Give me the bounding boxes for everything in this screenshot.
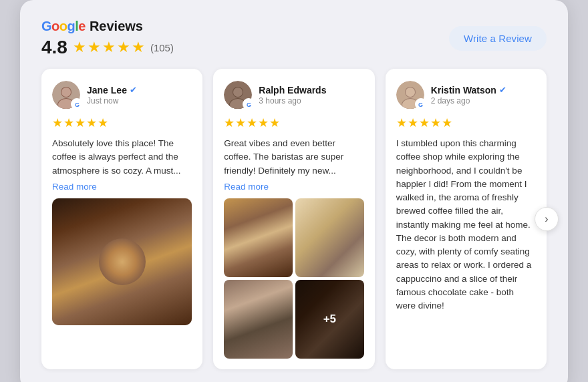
title-row: Google Reviews <box>41 19 174 34</box>
star-2: ★ <box>88 39 101 56</box>
reviewer-info-1: Jane Lee ✔ Just now <box>87 85 137 106</box>
review-images-1 <box>52 198 192 359</box>
next-arrow-button[interactable]: › <box>535 207 559 231</box>
svg-point-17 <box>406 87 415 97</box>
review-text-3: I stumbled upon this charming coffee sho… <box>396 137 536 313</box>
avatar-wrapper-3: G <box>396 81 424 109</box>
avatar-wrapper-2: G <box>224 81 252 109</box>
star-5: ★ <box>132 39 145 56</box>
reviewer-name-3: Kristin Watson <box>431 85 496 96</box>
review-image-single-1 <box>52 198 192 325</box>
reviewer-row-1: G Jane Lee ✔ Just now <box>52 81 192 109</box>
reviewer-row-2: G Ralph Edwards 3 hours ago <box>224 81 363 109</box>
card-stars-3: ★ ★ ★ ★ ★ <box>396 116 536 130</box>
grid-image-dark-coffee: +5 <box>295 280 364 359</box>
verified-icon-1: ✔ <box>130 85 137 95</box>
grid-image-cake <box>224 198 293 277</box>
reviewer-row-3: G Kristin Watson ✔ 2 days ago <box>396 81 536 109</box>
grid-image-cups <box>295 198 364 277</box>
plus-overlay: +5 <box>295 280 364 359</box>
card-stars-2: ★ ★ ★ ★ ★ <box>224 116 363 130</box>
google-badge-2: G <box>243 98 255 110</box>
svg-text:G: G <box>418 102 423 108</box>
reviewer-name-2: Ralph Edwards <box>259 85 326 96</box>
grid-image-woman <box>224 280 293 359</box>
avatar-wrapper-1: G <box>52 81 80 109</box>
svg-text:G: G <box>247 102 251 108</box>
reviewer-name-1: Jane Lee <box>87 85 127 96</box>
review-card-3: G Kristin Watson ✔ 2 days ago ★ ★ ★ ★ ★ <box>386 69 547 369</box>
card-stars-1: ★ ★ ★ ★ ★ <box>52 116 192 130</box>
reviews-label: Reviews <box>90 19 143 34</box>
star-4: ★ <box>117 39 130 56</box>
svg-point-10 <box>233 87 243 97</box>
svg-point-3 <box>61 87 71 97</box>
overall-stars: ★ ★ ★ ★ ★ <box>73 39 145 56</box>
review-text-1: Absolutely love this place! The coffee i… <box>52 137 192 178</box>
google-logo: Google <box>41 19 86 34</box>
review-time-3: 2 days ago <box>431 96 506 106</box>
read-more-link-2[interactable]: Read more <box>224 182 363 192</box>
google-reviews-widget: Google Reviews 4.8 ★ ★ ★ ★ ★ (105) Write… <box>20 0 568 382</box>
review-card-1: G Jane Lee ✔ Just now ★ ★ ★ ★ ★ <box>41 69 202 369</box>
google-badge-3: G <box>415 98 427 110</box>
verified-icon-3: ✔ <box>499 85 506 95</box>
star-1: ★ <box>73 39 86 56</box>
rating-row: 4.8 ★ ★ ★ ★ ★ (105) <box>41 37 174 58</box>
header-left: Google Reviews 4.8 ★ ★ ★ ★ ★ (105) <box>41 19 174 58</box>
reviewer-name-row-1: Jane Lee ✔ <box>87 85 137 96</box>
reviews-container: G Jane Lee ✔ Just now ★ ★ ★ ★ ★ <box>41 69 547 369</box>
rating-number: 4.8 <box>41 37 67 58</box>
review-count: (105) <box>150 42 174 53</box>
review-time-2: 3 hours ago <box>259 96 326 106</box>
review-time-1: Just now <box>87 96 137 106</box>
coffee-latte-image <box>52 198 192 325</box>
write-review-button[interactable]: Write a Review <box>449 26 547 51</box>
google-badge-1: G <box>71 98 83 110</box>
reviewer-info-3: Kristin Watson ✔ 2 days ago <box>431 85 506 106</box>
widget-header: Google Reviews 4.8 ★ ★ ★ ★ ★ (105) Write… <box>41 19 547 58</box>
review-text-2: Great vibes and even better coffee. The … <box>224 137 363 178</box>
reviewer-name-row-3: Kristin Watson ✔ <box>431 85 506 96</box>
review-images-2: +5 <box>224 198 363 359</box>
image-grid-2: +5 <box>224 198 363 359</box>
reviewer-name-row-2: Ralph Edwards <box>259 85 326 96</box>
review-card-2: G Ralph Edwards 3 hours ago ★ ★ ★ ★ ★ <box>213 69 374 369</box>
read-more-link-1[interactable]: Read more <box>52 182 192 192</box>
star-3: ★ <box>102 39 116 56</box>
reviewer-info-2: Ralph Edwards 3 hours ago <box>259 85 326 106</box>
svg-text:G: G <box>74 102 79 108</box>
